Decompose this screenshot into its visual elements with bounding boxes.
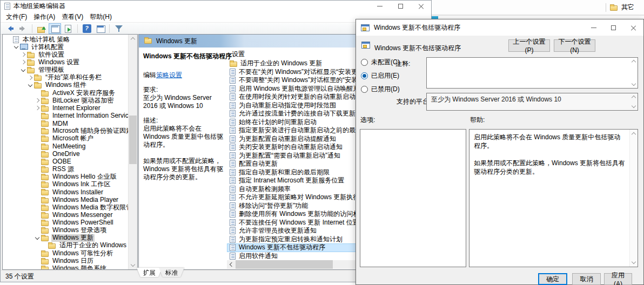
tree-item[interactable]: Windows Media 数字权限管理 bbox=[3, 203, 128, 211]
next-setting-button[interactable]: 下一个设置(N) bbox=[554, 39, 595, 52]
expander-icon[interactable] bbox=[20, 59, 27, 65]
dialog-maximize-button[interactable] bbox=[603, 19, 623, 36]
tree-item[interactable]: 计算机配置 bbox=[3, 43, 128, 51]
tree-item[interactable]: Windows PowerShell bbox=[3, 219, 128, 226]
tree-item[interactable]: Windows 设置 bbox=[3, 58, 128, 66]
toolbar-button[interactable] bbox=[81, 23, 93, 34]
expander-icon[interactable] bbox=[34, 250, 41, 256]
tree-item[interactable]: RSS 源 bbox=[3, 165, 128, 173]
expander-icon[interactable] bbox=[34, 135, 41, 142]
menu-item[interactable]: 文件(F) bbox=[3, 11, 30, 23]
expander-icon[interactable] bbox=[34, 112, 41, 119]
expander-icon[interactable] bbox=[20, 51, 27, 58]
toolbar-button[interactable] bbox=[17, 23, 29, 34]
tree-scrollbar[interactable] bbox=[128, 35, 137, 269]
toolbar-button[interactable] bbox=[32, 24, 32, 33]
expander-icon[interactable] bbox=[34, 90, 41, 96]
close-button[interactable] bbox=[411, 1, 431, 11]
ok-button[interactable]: 确定 bbox=[538, 273, 567, 285]
background-bookmark-label[interactable]: 其它 bbox=[621, 3, 634, 12]
tree-item[interactable]: Windows Media Player bbox=[3, 196, 128, 203]
expander-icon[interactable] bbox=[34, 158, 41, 165]
expander-icon[interactable] bbox=[41, 242, 48, 249]
scrollbar-thumb[interactable] bbox=[236, 260, 333, 269]
state-radio-option[interactable]: 已禁用(D) bbox=[361, 85, 400, 93]
tree-item[interactable]: Internet Information Services bbox=[3, 112, 128, 119]
minimize-button[interactable] bbox=[370, 1, 390, 11]
menu-item[interactable]: 操作(A) bbox=[30, 11, 58, 23]
tree-item[interactable]: “开始”菜单和任务栏 bbox=[3, 74, 128, 82]
scroll-down-icon[interactable] bbox=[632, 260, 636, 264]
tree-item[interactable]: Windows 登录选项 bbox=[3, 227, 128, 234]
expander-icon[interactable] bbox=[13, 44, 20, 50]
previous-setting-button[interactable]: 上一个设置(P) bbox=[508, 39, 550, 52]
scroll-down-icon[interactable] bbox=[632, 82, 636, 86]
tree-item[interactable]: Microsoft 帐户 bbox=[3, 135, 128, 142]
expander-icon[interactable] bbox=[34, 212, 41, 218]
expander-icon[interactable] bbox=[27, 82, 34, 89]
tree-item[interactable]: Windows Hello 企业版 bbox=[3, 173, 128, 181]
menu-item[interactable]: 帮助(H) bbox=[86, 11, 115, 23]
tree-item[interactable]: 软件设置 bbox=[3, 51, 128, 58]
expander-icon[interactable] bbox=[6, 36, 13, 43]
state-radio-option[interactable]: 已启用(E) bbox=[361, 71, 400, 80]
expander-icon[interactable] bbox=[34, 97, 41, 104]
toolbar-button[interactable] bbox=[109, 24, 110, 33]
expander-icon[interactable] bbox=[34, 174, 41, 180]
expander-icon[interactable] bbox=[34, 128, 41, 134]
expander-icon[interactable] bbox=[34, 143, 41, 150]
dialog-close-button[interactable] bbox=[623, 19, 643, 36]
scroll-left-button[interactable] bbox=[227, 260, 236, 269]
tree-item[interactable]: Windows 日历 bbox=[3, 257, 128, 264]
toolbar-button[interactable] bbox=[112, 23, 125, 34]
toolbar-button[interactable] bbox=[77, 24, 78, 33]
expander-icon[interactable] bbox=[34, 235, 41, 241]
scroll-up-icon[interactable] bbox=[632, 95, 636, 99]
edit-policy-link[interactable]: 策略设置 bbox=[156, 71, 182, 79]
tree-item[interactable]: Windows Installer bbox=[3, 188, 128, 196]
expander-icon[interactable] bbox=[34, 120, 41, 127]
toolbar-button[interactable] bbox=[62, 23, 75, 34]
expander-icon[interactable] bbox=[34, 204, 41, 211]
expander-icon[interactable] bbox=[34, 181, 41, 188]
expander-icon[interactable] bbox=[34, 265, 41, 269]
radio-button-icon[interactable] bbox=[361, 72, 368, 79]
tree-item[interactable]: Windows Messenger bbox=[3, 211, 128, 219]
expander-icon[interactable] bbox=[34, 219, 41, 226]
toolbar-button[interactable] bbox=[35, 23, 48, 34]
expander-icon[interactable] bbox=[34, 151, 41, 157]
tree-item[interactable]: OneDrive bbox=[3, 150, 128, 158]
expander-icon[interactable] bbox=[34, 257, 41, 264]
expander-icon[interactable] bbox=[34, 227, 41, 234]
toolbar-button[interactable] bbox=[94, 23, 106, 34]
expander-icon[interactable] bbox=[34, 189, 41, 195]
tree-item[interactable]: Windows 更新 bbox=[3, 234, 128, 242]
dialog-minimize-button[interactable] bbox=[583, 19, 603, 36]
menu-item[interactable]: 查看(V) bbox=[58, 11, 86, 23]
tree-item[interactable]: MDM bbox=[3, 120, 128, 127]
radio-button-icon[interactable] bbox=[361, 86, 368, 93]
toolbar-button[interactable] bbox=[3, 23, 16, 34]
toolbar-button[interactable] bbox=[49, 23, 61, 34]
tree-item[interactable]: Windows 组件 bbox=[3, 82, 128, 89]
scroll-up-icon[interactable] bbox=[131, 37, 135, 41]
radio-button-icon[interactable] bbox=[361, 59, 368, 66]
scroll-up-icon[interactable] bbox=[632, 59, 636, 64]
comment-input[interactable] bbox=[426, 57, 638, 89]
scroll-down-icon[interactable] bbox=[131, 263, 135, 267]
tree-item[interactable]: 适用于企业的 Windows 更新 bbox=[3, 242, 128, 249]
scroll-down-icon[interactable] bbox=[632, 104, 636, 108]
expander-icon[interactable] bbox=[20, 67, 27, 73]
tree-item[interactable]: Microsoft 辅助身份验证因素 bbox=[3, 127, 128, 135]
tree-item[interactable]: 管理模板 bbox=[3, 66, 128, 74]
expander-icon[interactable] bbox=[27, 74, 34, 81]
tree-item[interactable]: Internet Explorer bbox=[3, 104, 128, 112]
cancel-button[interactable]: 取消 bbox=[572, 273, 601, 285]
view-tab[interactable]: 扩展 bbox=[137, 268, 162, 277]
expander-icon[interactable] bbox=[34, 105, 41, 111]
tree-item[interactable]: NetMeeting bbox=[3, 142, 128, 150]
tree-item[interactable]: Windows Ink 工作区 bbox=[3, 181, 128, 188]
tree-item[interactable]: BitLocker 驱动器加密 bbox=[3, 97, 128, 104]
tree-item[interactable]: 本地计算机 策略 bbox=[3, 36, 128, 43]
tree-item[interactable]: ActiveX 安装程序服务 bbox=[3, 89, 128, 97]
